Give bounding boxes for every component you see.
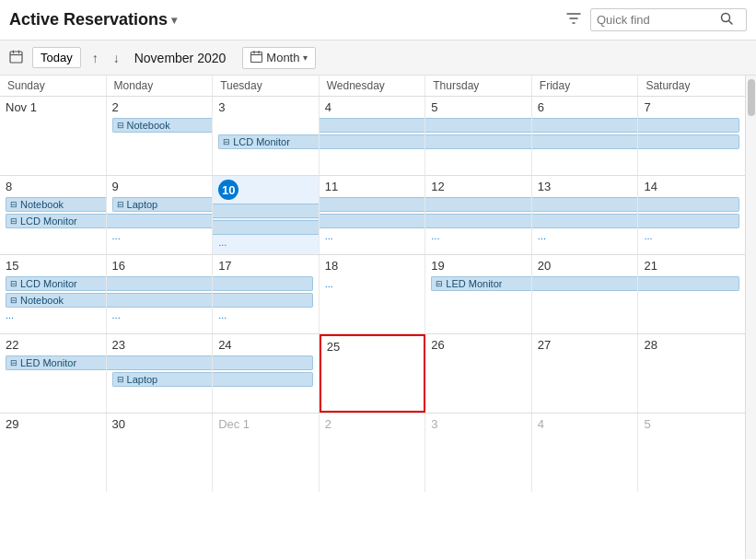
event-bar[interactable] bbox=[320, 134, 425, 149]
event-bar[interactable] bbox=[213, 355, 313, 370]
day-cell[interactable]: 26 bbox=[425, 334, 532, 413]
event-bar[interactable]: ⊟ Laptop bbox=[112, 197, 213, 212]
day-number: 30 bbox=[112, 417, 125, 431]
event-bar[interactable] bbox=[213, 293, 313, 308]
event-bar[interactable] bbox=[213, 372, 313, 387]
event-bar[interactable]: ⊟ LCD Monitor bbox=[6, 214, 106, 228]
title-chevron-icon[interactable]: ▾ bbox=[171, 14, 177, 27]
event-bar[interactable]: ⊟ LCD Monitor bbox=[6, 276, 106, 291]
day-cell[interactable]: 20 bbox=[532, 255, 639, 333]
today-button[interactable]: Today bbox=[32, 47, 81, 68]
view-chevron-icon: ▾ bbox=[303, 52, 308, 63]
search-icon bbox=[720, 12, 733, 28]
search-box[interactable] bbox=[590, 8, 747, 31]
event-bar[interactable] bbox=[320, 197, 425, 212]
week-row: 22 ⊟ LED Monitor 23 ⊟ Laptop 24 bbox=[0, 334, 745, 413]
more-events-link[interactable]: ... bbox=[538, 230, 633, 241]
day-cell[interactable]: 6 bbox=[532, 97, 639, 175]
event-bar[interactable] bbox=[213, 220, 319, 235]
day-cell[interactable]: 4 bbox=[320, 97, 426, 175]
more-events-link[interactable]: ... bbox=[112, 309, 207, 320]
day-cell[interactable]: 9 ⊟ Laptop ... bbox=[107, 176, 214, 254]
day-cell[interactable]: 12 ... bbox=[425, 176, 532, 254]
day-cell[interactable]: 7 bbox=[638, 97, 745, 175]
event-bar[interactable] bbox=[425, 118, 531, 133]
day-cell[interactable]: 19 ⊟ LED Monitor bbox=[425, 255, 532, 333]
search-input[interactable] bbox=[597, 13, 716, 27]
day-cell[interactable]: 5 bbox=[425, 97, 532, 175]
event-bar[interactable] bbox=[638, 214, 739, 228]
event-bar[interactable] bbox=[425, 214, 531, 228]
event-bar[interactable] bbox=[107, 276, 213, 291]
event-bar[interactable]: ⊟ LCD Monitor bbox=[218, 134, 319, 149]
day-cell-other-month[interactable]: Dec 1 bbox=[213, 413, 320, 492]
filter-icon[interactable] bbox=[566, 11, 581, 29]
event-bar[interactable] bbox=[638, 197, 739, 212]
event-bar[interactable]: ⊟ Notebook bbox=[6, 197, 106, 212]
day-cell[interactable]: 29 bbox=[0, 413, 107, 492]
event-bar[interactable] bbox=[532, 118, 638, 133]
event-bar[interactable] bbox=[320, 214, 425, 228]
day-number: 27 bbox=[538, 338, 551, 352]
day-cell[interactable]: 24 bbox=[213, 334, 320, 413]
more-events-link[interactable]: ... bbox=[218, 309, 313, 320]
day-cell[interactable]: 21 bbox=[638, 255, 745, 333]
event-bar[interactable]: ⊟ Notebook bbox=[112, 118, 213, 133]
scrollbar-thumb[interactable] bbox=[748, 79, 755, 116]
more-events-link[interactable]: ... bbox=[6, 309, 100, 320]
event-bar[interactable] bbox=[320, 118, 425, 133]
next-nav-button[interactable]: ↓ bbox=[110, 49, 123, 67]
more-events-link[interactable]: ... bbox=[325, 230, 420, 241]
scrollbar[interactable] bbox=[745, 76, 756, 559]
day-cell[interactable]: 2 ⊟ Notebook bbox=[107, 97, 214, 175]
event-bar[interactable] bbox=[638, 276, 739, 291]
day-cell[interactable]: 18 ... bbox=[320, 255, 426, 333]
more-events-link[interactable]: ... bbox=[218, 237, 313, 248]
event-bar[interactable] bbox=[532, 197, 638, 212]
day-cell-other-month[interactable]: 5 bbox=[638, 413, 745, 492]
prev-nav-button[interactable]: ↑ bbox=[88, 49, 102, 67]
event-bar[interactable]: ⊟ LED Monitor bbox=[431, 276, 531, 291]
day-cell-other-month[interactable]: 3 bbox=[425, 413, 532, 492]
more-events-link[interactable]: ... bbox=[431, 230, 526, 241]
event-bar[interactable] bbox=[213, 276, 313, 291]
day-cell[interactable]: 23 ⊟ Laptop bbox=[107, 334, 214, 413]
event-bar[interactable] bbox=[425, 134, 531, 149]
day-cell[interactable]: 28 bbox=[638, 334, 745, 413]
event-bar[interactable] bbox=[107, 214, 213, 228]
event-bar[interactable] bbox=[532, 214, 638, 228]
more-events-link[interactable]: ... bbox=[112, 230, 207, 241]
event-bar[interactable] bbox=[107, 355, 213, 370]
day-cell[interactable]: 13 ... bbox=[532, 176, 639, 254]
day-cell[interactable]: 16 ... bbox=[107, 255, 214, 333]
more-events-link[interactable]: ... bbox=[644, 230, 739, 241]
day-cell[interactable]: 3 ⊟ LCD Monitor bbox=[213, 97, 320, 175]
event-bar[interactable]: ⊟ Notebook bbox=[6, 293, 106, 308]
svg-rect-6 bbox=[251, 52, 262, 62]
day-cell-selected[interactable]: 25 bbox=[320, 334, 426, 413]
event-bar[interactable] bbox=[638, 134, 739, 149]
day-cell-other-month[interactable]: 2 bbox=[320, 413, 426, 492]
day-cell[interactable]: 27 bbox=[532, 334, 639, 413]
event-bar[interactable] bbox=[532, 276, 638, 291]
day-cell[interactable]: Nov 1 bbox=[0, 97, 107, 175]
view-selector[interactable]: Month ▾ bbox=[242, 47, 316, 69]
day-cell-other-month[interactable]: 4 bbox=[532, 413, 639, 492]
event-bar[interactable] bbox=[425, 197, 531, 212]
event-bar[interactable] bbox=[638, 118, 739, 133]
more-events-link[interactable]: ... bbox=[325, 278, 420, 289]
event-bar[interactable] bbox=[532, 134, 638, 149]
event-bar[interactable] bbox=[213, 204, 319, 218]
day-cell[interactable]: 8 ⊟ Notebook ⊟ LCD Monitor bbox=[0, 176, 107, 254]
day-cell[interactable]: 22 ⊟ LED Monitor bbox=[0, 334, 107, 413]
day-cell[interactable]: 30 bbox=[107, 413, 214, 492]
event-bar[interactable]: ⊟ Laptop bbox=[112, 372, 213, 387]
day-cell[interactable]: 15 ⊟ LCD Monitor ⊟ Notebook ... bbox=[0, 255, 107, 333]
day-cell[interactable]: 17 ... bbox=[213, 255, 320, 333]
day-cell-today[interactable]: 10 ... bbox=[213, 176, 320, 254]
event-bar[interactable]: ⊟ LED Monitor bbox=[6, 355, 106, 370]
day-cell[interactable]: 14 ... bbox=[638, 176, 745, 254]
day-cell[interactable]: 11 ... bbox=[320, 176, 426, 254]
week-row: 15 ⊟ LCD Monitor ⊟ Notebook ... 16 . bbox=[0, 255, 745, 334]
event-bar[interactable] bbox=[107, 293, 213, 308]
